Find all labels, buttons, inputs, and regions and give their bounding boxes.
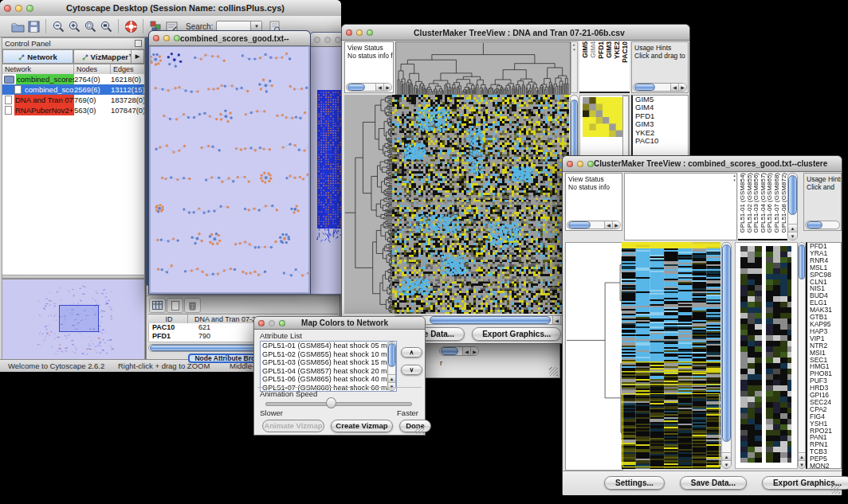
dialog-button[interactable]: Create Vizmap <box>331 420 393 432</box>
float-panel-icon[interactable] <box>135 40 142 47</box>
network-row[interactable]: RNAPuberNov2+ 563(0) 107847(0) <box>2 105 144 115</box>
tv2-bottom-bar: Settings... Save Data... Export Graphics… <box>563 471 842 495</box>
attribute-list-item[interactable]: GPL51-04 (GSM857) heat shock 20 min <box>261 367 396 376</box>
column-label[interactable]: GIM5 <box>581 41 589 58</box>
new-attribute-icon[interactable] <box>167 298 183 313</box>
zoom-icon[interactable] <box>367 29 373 36</box>
tv2-subheatmap-panel <box>735 242 798 469</box>
resize-grip-icon[interactable] <box>415 425 424 434</box>
more-tabs-button[interactable]: ▶ <box>131 49 144 64</box>
view-status-title: View Status <box>345 42 393 52</box>
tv1-splitter-strip[interactable]: ▸▾ <box>571 41 578 93</box>
network-window-titlebar[interactable]: combined_scores_good.txt--cluste... <box>149 31 310 46</box>
column-label[interactable]: PAC10 <box>621 41 629 63</box>
dialog-titlebar[interactable]: Map Colors to Network <box>254 317 425 330</box>
column-label[interactable]: GPL51-08 (GSM872) <box>780 173 787 233</box>
network-overview-panel[interactable] <box>2 279 144 358</box>
tv2-heatmap-vscroll[interactable]: ▲▼ <box>721 242 732 469</box>
zoom-icon[interactable] <box>335 37 341 43</box>
minimize-icon[interactable] <box>356 29 363 36</box>
close-icon[interactable] <box>314 37 320 43</box>
column-label[interactable]: GPL51-06 (GSM865) <box>766 173 773 233</box>
tv1-row-dendrogram-canvas[interactable] <box>344 95 392 314</box>
treeview-action-button[interactable]: Settings... <box>604 476 665 490</box>
tv2-subheatmap-canvas[interactable] <box>740 246 791 463</box>
zoom-icon[interactable] <box>174 35 180 41</box>
treeview1-titlebar[interactable]: ClusterMaker TreeView : DNA and Tran 07-… <box>342 25 689 41</box>
gene-label[interactable]: MON2 <box>807 463 841 469</box>
column-label[interactable]: GPL51-01 (GSM854) <box>739 173 746 233</box>
control-panel-header: Control Panel <box>2 38 144 49</box>
close-icon[interactable] <box>4 5 11 12</box>
speed-slider-thumb[interactable] <box>326 397 336 408</box>
main-titlebar[interactable]: Cytoscape Desktop (Session Name: collins… <box>0 0 341 17</box>
minimize-icon[interactable] <box>163 35 170 41</box>
zoom-icon[interactable] <box>26 5 33 12</box>
move-down-button[interactable]: ∨ <box>401 365 422 375</box>
help-lifesaver-icon[interactable] <box>123 18 139 34</box>
minimize-icon[interactable] <box>324 37 331 43</box>
zoom-fit-icon[interactable] <box>98 18 114 34</box>
tv1-mini-heatmap-canvas[interactable] <box>583 97 622 137</box>
treeview2-titlebar[interactable]: ClusterMaker TreeView : combined_scores_… <box>563 156 842 172</box>
network-row[interactable]: DNA and Tran 07 769(0) 183728(0) <box>2 95 144 105</box>
save-session-icon[interactable] <box>26 18 41 34</box>
zoom-icon[interactable] <box>587 161 594 167</box>
treeview-action-button[interactable]: Save Data... <box>680 476 747 490</box>
close-icon[interactable] <box>567 161 573 167</box>
tv2-genelist-vscroll[interactable]: ▲▼ <box>798 242 806 469</box>
network-row[interactable]: combined_sco 2569(6) 13112(15) <box>2 84 144 95</box>
column-label[interactable]: PFD1 <box>597 41 605 59</box>
attribute-list-vscroll[interactable]: ▲▼ <box>387 342 396 391</box>
speed-slider-track[interactable] <box>265 402 412 406</box>
attribute-list-item[interactable]: GPL51-03 (GSM856) heat shock 15 min <box>261 358 396 367</box>
minimize-icon[interactable] <box>577 161 583 167</box>
dialog-button[interactable]: Animate Vizmap <box>262 420 324 432</box>
tv2-heatmap-canvas[interactable] <box>622 242 720 469</box>
tv2-row-dendrogram-canvas[interactable] <box>565 242 623 471</box>
column-label[interactable]: GIM4 <box>589 41 597 58</box>
attribute-list-item[interactable]: GPL51-02 (GSM855) heat shock 10 min <box>261 350 396 359</box>
open-session-icon[interactable] <box>10 18 26 34</box>
close-icon[interactable] <box>346 29 352 36</box>
delete-attribute-trash-icon[interactable] <box>184 298 201 313</box>
column-label[interactable]: YKE2 <box>613 41 621 59</box>
network-edges-count: 16218(0) <box>111 74 144 84</box>
column-label[interactable]: GPL51-07 (GSM868) <box>773 173 780 233</box>
column-label[interactable]: GPL51-03 (GSM856) <box>752 173 760 233</box>
close-icon[interactable] <box>258 320 265 326</box>
select-attributes-icon[interactable] <box>149 298 166 313</box>
zoom-selected-icon[interactable] <box>82 18 98 34</box>
tv2-status-scrollbar[interactable]: ◀▶ <box>567 221 621 229</box>
column-label[interactable]: GIM3 <box>605 41 613 58</box>
close-icon[interactable] <box>153 35 159 41</box>
resize-grip-icon[interactable] <box>549 367 558 376</box>
minimize-icon[interactable] <box>15 5 22 12</box>
network-row[interactable]: combined_scores 2764(0) 16218(0) <box>2 74 144 84</box>
tv1-status-scrollbar[interactable]: ◀▶ <box>346 83 392 92</box>
attribute-list-item[interactable]: GPL51-06 (GSM865) heat shock 40 min <box>261 375 396 384</box>
tv2-column-dendrogram-area[interactable] <box>624 173 737 240</box>
move-up-button[interactable]: ∧ <box>401 347 422 357</box>
control-panel-tabs: Network VizMapper™ <box>2 49 144 64</box>
attribute-list-item[interactable]: GPL51-01 (GSM854) heat shock 05 min <box>261 342 396 350</box>
network-view-canvas[interactable] <box>151 47 308 292</box>
zoom-icon[interactable] <box>279 320 285 326</box>
resize-grip-icon[interactable] <box>831 485 840 494</box>
tv1-column-dendrogram-canvas[interactable] <box>395 41 571 95</box>
treeview-action-button[interactable]: Export Graphics... <box>472 327 561 341</box>
gene-label[interactable]: PAC10 <box>633 137 688 145</box>
column-label[interactable]: GPL51-02 (GSM855) <box>746 173 753 233</box>
tv1-usage-scrollbar[interactable]: ◀▶ <box>633 83 687 92</box>
zoom-out-icon[interactable] <box>50 18 66 34</box>
tv2-splitter-strip[interactable]: ▴▾ <box>732 173 737 184</box>
fragment-scrollbar[interactable]: ◀▶ <box>439 346 479 356</box>
minimize-icon[interactable] <box>269 320 275 326</box>
zoom-in-icon[interactable] <box>66 18 82 34</box>
tv2-usage-scrollbar[interactable] <box>805 221 840 229</box>
control-panel-tab[interactable]: Network <box>2 49 73 64</box>
tv2-labels-vscroll[interactable]: ▲▼ <box>787 173 798 240</box>
network-overview-canvas[interactable] <box>2 279 144 359</box>
tv1-heatmap-canvas[interactable] <box>392 95 569 314</box>
treeview1-title: ClusterMaker TreeView : DNA and Tran 07-… <box>373 28 665 37</box>
